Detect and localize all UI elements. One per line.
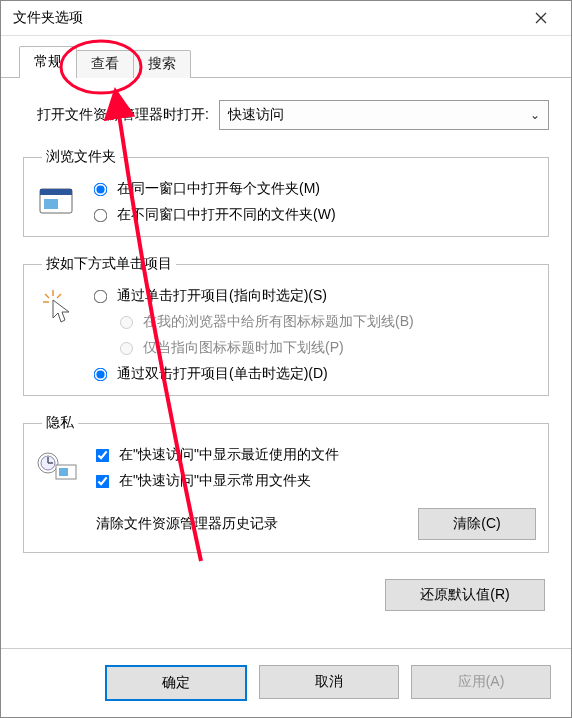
tab-view[interactable]: 查看: [76, 50, 134, 78]
click-items-icon: [36, 287, 80, 327]
radio-new-window-input[interactable]: [94, 208, 108, 222]
group-browse-legend: 浏览文件夹: [42, 148, 120, 166]
clear-history-label: 清除文件资源管理器历史记录: [96, 515, 278, 533]
apply-button[interactable]: 应用(A): [411, 665, 551, 699]
open-with-select[interactable]: 快速访问 ⌄: [219, 100, 549, 130]
radio-underline-browser: 在我的浏览器中给所有图标标题加下划线(B): [120, 313, 536, 331]
radio-single-click-label: 通过单击打开项目(指向时选定)(S): [117, 287, 327, 305]
radio-same-window-label: 在同一窗口中打开每个文件夹(M): [117, 180, 320, 198]
svg-line-6: [45, 294, 49, 298]
folder-options-dialog: 文件夹选项 常规 查看 搜索 打开文件资源管理器时打开: 快速访问 ⌄: [0, 0, 572, 718]
checkbox-show-recent-label: 在"快速访问"中显示最近使用的文件: [119, 446, 339, 464]
svg-line-7: [57, 294, 61, 298]
radio-new-window[interactable]: 在不同窗口中打开不同的文件夹(W): [94, 206, 536, 224]
tab-strip: 常规 查看 搜索: [1, 36, 571, 78]
dialog-buttons: 确定 取消 应用(A): [1, 648, 571, 717]
cancel-button[interactable]: 取消: [259, 665, 399, 699]
checkbox-show-frequent[interactable]: 在"快速访问"中显示常用文件夹: [96, 472, 536, 490]
window-title: 文件夹选项: [13, 9, 83, 27]
radio-same-window-input[interactable]: [94, 182, 108, 196]
privacy-icon: [36, 446, 80, 486]
checkbox-show-recent[interactable]: 在"快速访问"中显示最近使用的文件: [96, 446, 536, 464]
tab-general[interactable]: 常规: [19, 46, 77, 78]
apply-button-label: 应用(A): [458, 673, 505, 691]
clear-button-label: 清除(C): [453, 515, 500, 533]
radio-single-click[interactable]: 通过单击打开项目(指向时选定)(S): [94, 287, 536, 305]
tab-view-label: 查看: [91, 55, 119, 71]
close-button[interactable]: [521, 5, 561, 31]
group-browse-folders: 浏览文件夹 在同一窗口中打开每个文件夹(M): [23, 148, 549, 237]
open-with-label: 打开文件资源管理器时打开:: [37, 106, 209, 124]
radio-single-click-input[interactable]: [94, 289, 108, 303]
browse-folders-icon: [36, 180, 80, 220]
radio-double-click-label: 通过双击打开项目(单击时选定)(D): [117, 365, 328, 383]
clear-button[interactable]: 清除(C): [418, 508, 536, 540]
radio-double-click-input[interactable]: [94, 367, 108, 381]
cancel-button-label: 取消: [315, 673, 343, 691]
clear-history-row: 清除文件资源管理器历史记录 清除(C): [96, 508, 536, 540]
open-with-row: 打开文件资源管理器时打开: 快速访问 ⌄: [37, 100, 549, 130]
radio-underline-point-label: 仅当指向图标标题时加下划线(P): [143, 339, 344, 357]
restore-row: 还原默认值(R): [23, 571, 549, 611]
checkbox-show-recent-input[interactable]: [96, 448, 110, 462]
radio-same-window[interactable]: 在同一窗口中打开每个文件夹(M): [94, 180, 536, 198]
group-click-items: 按如下方式单击项目: [23, 255, 549, 396]
restore-defaults-button[interactable]: 还原默认值(R): [385, 579, 545, 611]
group-privacy-legend: 隐私: [42, 414, 78, 432]
group-privacy: 隐私 在"快速访问"中显示最近使用的文件: [23, 414, 549, 553]
checkbox-show-frequent-input[interactable]: [96, 474, 110, 488]
open-with-value: 快速访问: [228, 106, 284, 124]
radio-underline-point: 仅当指向图标标题时加下划线(P): [120, 339, 536, 357]
ok-button-label: 确定: [162, 674, 190, 692]
svg-rect-14: [59, 468, 68, 476]
tab-general-label: 常规: [34, 53, 62, 69]
ok-button[interactable]: 确定: [105, 665, 247, 701]
radio-underline-browser-input: [120, 316, 133, 329]
radio-underline-point-input: [120, 342, 133, 355]
radio-new-window-label: 在不同窗口中打开不同的文件夹(W): [117, 206, 336, 224]
tab-content-general: 打开文件资源管理器时打开: 快速访问 ⌄ 浏览文件夹: [1, 78, 571, 611]
restore-defaults-label: 还原默认值(R): [420, 586, 509, 604]
chevron-down-icon: ⌄: [530, 108, 540, 122]
tab-search-label: 搜索: [148, 55, 176, 71]
tab-search[interactable]: 搜索: [133, 50, 191, 78]
svg-rect-3: [40, 189, 72, 195]
close-icon: [535, 12, 547, 24]
radio-underline-browser-label: 在我的浏览器中给所有图标标题加下划线(B): [143, 313, 414, 331]
checkbox-show-frequent-label: 在"快速访问"中显示常用文件夹: [119, 472, 311, 490]
svg-rect-4: [44, 199, 58, 209]
titlebar: 文件夹选项: [1, 1, 571, 36]
radio-double-click[interactable]: 通过双击打开项目(单击时选定)(D): [94, 365, 536, 383]
group-click-legend: 按如下方式单击项目: [42, 255, 176, 273]
